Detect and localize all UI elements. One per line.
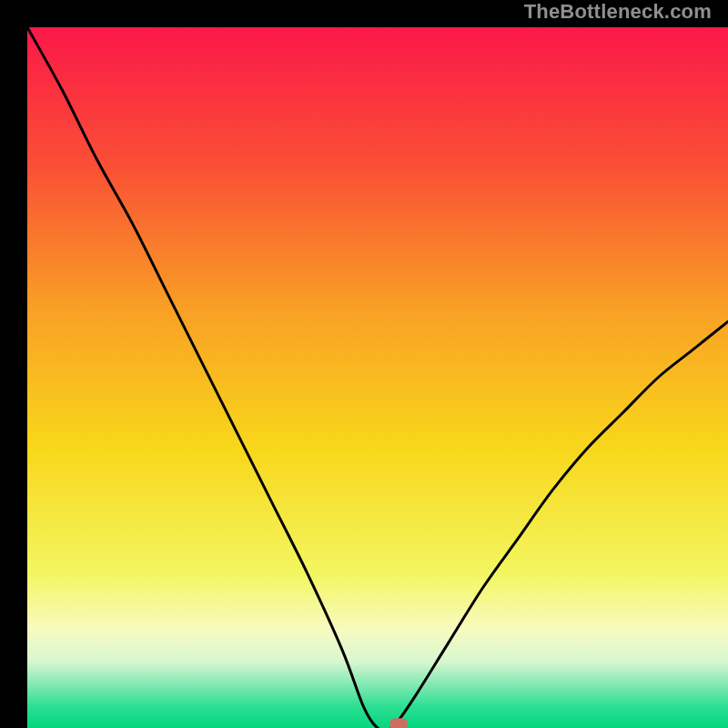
bottleneck-chart (27, 27, 728, 728)
optimal-marker (389, 718, 408, 728)
watermark-text: TheBottleneck.com (524, 0, 712, 24)
chart-frame (14, 14, 714, 714)
gradient-background (27, 27, 728, 728)
